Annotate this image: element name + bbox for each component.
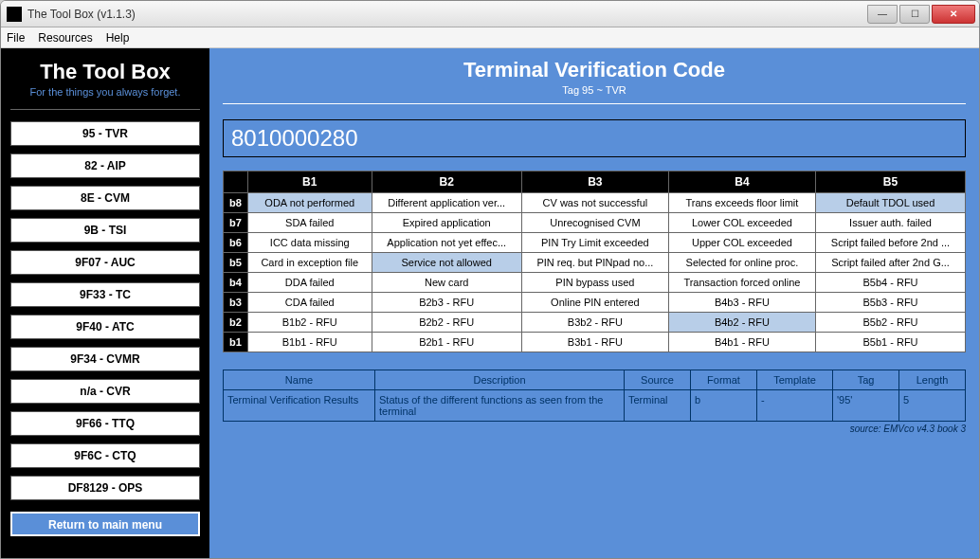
bit-cell[interactable]: Default TDOL used	[816, 193, 966, 213]
menubar: File Resources Help	[1, 27, 979, 48]
bit-cell[interactable]: DDA failed	[248, 273, 372, 293]
title-divider	[223, 103, 966, 104]
sidebar-item-8e-cvm[interactable]: 8E - CVM	[10, 186, 200, 210]
bit-cell[interactable]: Issuer auth. failed	[816, 213, 966, 233]
row-b3: b3	[224, 293, 248, 313]
row-b5: b5	[224, 253, 248, 273]
bit-cell[interactable]: Expired application	[372, 213, 521, 233]
bit-cell[interactable]: New card	[372, 273, 521, 293]
bit-cell[interactable]: Different application ver...	[372, 193, 521, 213]
bit-cell[interactable]: B5b3 - RFU	[816, 293, 966, 313]
bit-cell[interactable]: B4b2 - RFU	[668, 313, 815, 333]
sidebar: The Tool Box For the things you always f…	[1, 48, 209, 558]
menu-file[interactable]: File	[7, 31, 25, 45]
brand-title: The Tool Box	[40, 60, 171, 84]
source-note: source: EMVco v4.3 book 3	[223, 424, 966, 434]
info-col-template: Template	[757, 370, 833, 390]
app-icon	[7, 7, 22, 22]
info-table: NameDescriptionSourceFormatTemplateTagLe…	[223, 370, 966, 422]
sidebar-item-9f33-tc[interactable]: 9F33 - TC	[10, 282, 200, 307]
sidebar-item-9f66-ttq[interactable]: 9F66 - TTQ	[10, 411, 200, 436]
sidebar-item-9b-tsi[interactable]: 9B - TSI	[10, 218, 200, 243]
bit-cell[interactable]: Script failed after 2nd G...	[816, 253, 966, 273]
bit-cell[interactable]: Upper COL exceeded	[668, 233, 815, 253]
sidebar-item-95-tvr[interactable]: 95 - TVR	[10, 121, 200, 146]
bit-cell[interactable]: Online PIN entered	[521, 293, 668, 313]
bit-cell[interactable]: B2b2 - RFU	[372, 313, 521, 333]
close-button[interactable]: ✕	[932, 5, 975, 24]
maximize-button[interactable]: ☐	[899, 5, 930, 24]
bit-cell[interactable]: ICC data missing	[248, 233, 372, 253]
info-section: NameDescriptionSourceFormatTemplateTagLe…	[223, 370, 966, 434]
bit-cell[interactable]: Card in exception file	[248, 253, 372, 273]
sidebar-item-9f6c-ctq[interactable]: 9F6C - CTQ	[10, 443, 200, 468]
info-col-format: Format	[691, 370, 757, 390]
bit-cell[interactable]: PIN Try Limit exceeded	[521, 233, 668, 253]
bit-cell[interactable]: B5b1 - RFU	[816, 333, 966, 352]
bit-cell[interactable]: Unrecognised CVM	[521, 213, 668, 233]
col-B2: B2	[372, 171, 521, 193]
titlebar: The Tool Box (v1.1.3) — ☐ ✕	[1, 1, 979, 27]
bit-cell[interactable]: B5b4 - RFU	[816, 273, 966, 293]
bit-cell[interactable]: B2b1 - RFU	[372, 333, 521, 352]
bit-cell[interactable]: Transaction forced online	[668, 273, 815, 293]
bit-cell[interactable]: B2b3 - RFU	[372, 293, 521, 313]
bit-cell[interactable]: Lower COL exceeded	[668, 213, 815, 233]
row-b1: b1	[224, 333, 248, 352]
row-b4: b4	[224, 273, 248, 293]
bit-cell[interactable]: Selected for online proc.	[668, 253, 815, 273]
bit-cell[interactable]: CV was not successful	[521, 193, 668, 213]
info-col-length: Length	[899, 370, 966, 390]
info-col-description: Description	[375, 370, 625, 390]
bit-cell[interactable]: Trans exceeds floor limit	[668, 193, 815, 213]
sidebar-item-df8129-ops[interactable]: DF8129 - OPS	[10, 476, 200, 500]
row-b2: b2	[224, 313, 248, 333]
bit-cell[interactable]: B1b1 - RFU	[248, 333, 372, 352]
bit-cell[interactable]: B4b3 - RFU	[668, 293, 815, 313]
bit-cell[interactable]: Service not allowed	[372, 253, 521, 273]
bit-cell[interactable]: B1b2 - RFU	[248, 313, 372, 333]
menu-help[interactable]: Help	[106, 31, 130, 45]
info-description: Status of the different functions as see…	[375, 390, 625, 422]
sidebar-item-9f40-atc[interactable]: 9F40 - ATC	[10, 315, 200, 339]
bit-cell[interactable]: Script failed before 2nd ...	[816, 233, 966, 253]
window-controls: — ☐ ✕	[865, 5, 975, 24]
bit-table: B1B2B3B4B5 b8ODA not performedDifferent …	[223, 171, 966, 352]
app-window: The Tool Box (v1.1.3) — ☐ ✕ File Resourc…	[0, 0, 980, 559]
window-title: The Tool Box (v1.1.3)	[27, 8, 865, 21]
info-length: 5	[899, 390, 966, 422]
code-input[interactable]	[223, 119, 966, 157]
brand-tagline: For the things you always forget.	[30, 86, 181, 98]
sidebar-item-9f34-cvmr[interactable]: 9F34 - CVMR	[10, 347, 200, 371]
minimize-button[interactable]: —	[867, 5, 898, 24]
info-source: Terminal	[625, 390, 691, 422]
col-B4: B4	[668, 171, 815, 193]
col-B3: B3	[521, 171, 668, 193]
bit-cell[interactable]: ODA not performed	[248, 193, 372, 213]
bit-cell[interactable]: B3b1 - RFU	[521, 333, 668, 352]
main-panel: Terminal Verification Code Tag 95 ~ TVR …	[209, 48, 979, 558]
info-col-source: Source	[625, 370, 691, 390]
page-subtitle: Tag 95 ~ TVR	[223, 84, 966, 96]
info-format: b	[691, 390, 757, 422]
col-B5: B5	[816, 171, 966, 193]
bit-cell[interactable]: CDA failed	[248, 293, 372, 313]
menu-resources[interactable]: Resources	[38, 31, 92, 45]
info-col-tag: Tag	[833, 370, 899, 390]
bit-cell[interactable]: B3b2 - RFU	[521, 313, 668, 333]
info-col-name: Name	[224, 370, 375, 390]
page-title: Terminal Verification Code	[223, 58, 966, 82]
info-template: -	[757, 390, 833, 422]
bit-cell[interactable]: SDA failed	[248, 213, 372, 233]
bit-cell[interactable]: PIN bypass used	[521, 273, 668, 293]
bit-cell[interactable]: PIN req. but PINpad no...	[521, 253, 668, 273]
bit-cell[interactable]: B4b1 - RFU	[668, 333, 815, 352]
sidebar-item-n-a-cvr[interactable]: n/a - CVR	[10, 379, 200, 404]
sidebar-item-82-aip[interactable]: 82 - AIP	[10, 153, 200, 178]
bit-cell[interactable]: B5b2 - RFU	[816, 313, 966, 333]
return-button[interactable]: Return to main menu	[10, 512, 200, 536]
content: The Tool Box For the things you always f…	[1, 48, 979, 558]
bit-cell[interactable]: Application not yet effec...	[372, 233, 521, 253]
row-b6: b6	[224, 233, 248, 253]
sidebar-item-9f07-auc[interactable]: 9F07 - AUC	[10, 250, 200, 275]
